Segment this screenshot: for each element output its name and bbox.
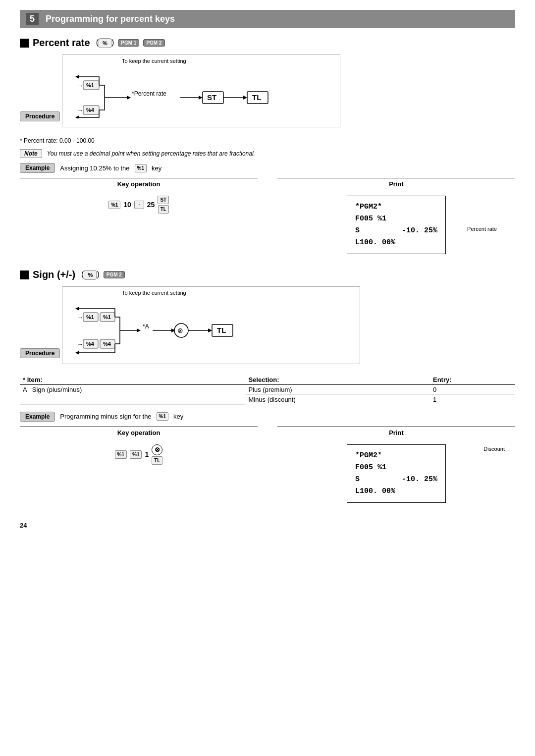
key-op-k2-2: %1	[130, 450, 142, 459]
pgm2-badge: PGM 2	[143, 39, 164, 47]
receipt-s-1: S	[355, 225, 360, 237]
receipt-box-2: *PGM2* F005 %1 Discount S -10. 25% L100.…	[347, 444, 446, 503]
example-label-2: Example	[20, 412, 55, 422]
receipt-pct-1: -10. 25%	[402, 225, 437, 237]
flow-note-1: To keep the current setting	[122, 58, 186, 64]
svg-text:%4: %4	[86, 341, 95, 347]
receipt-l100-2: L100. 00%	[355, 486, 395, 497]
svg-text:TL: TL	[252, 93, 261, 102]
receipt-f005-2: F005 %1	[355, 462, 386, 474]
print-col-1: Print *PGM2* F005 %1 S -10. 25% Percent …	[277, 178, 515, 258]
percent-key-badge: %	[99, 38, 111, 48]
page-number: 24	[20, 522, 515, 529]
key-op-header-1: Key operation	[20, 178, 258, 188]
two-col-1: Key operation %1 10 · 25 ST TL Print *PG…	[20, 178, 515, 258]
procedure-label-2: Procedure	[20, 348, 60, 358]
svg-marker-14	[243, 96, 247, 100]
sign-icon-wrapper: (%)	[81, 270, 100, 280]
svg-text:%1: %1	[86, 82, 94, 88]
svg-text:%4: %4	[86, 107, 95, 113]
example-key-2: %1	[157, 412, 168, 421]
flow-diagram-1: To keep the current setting → %1 → %4 *P…	[62, 54, 340, 127]
key-op-tl: TL	[158, 205, 169, 214]
receipt-pgm2: *PGM2*	[355, 201, 382, 213]
svg-text:*Percent rate: *Percent rate	[132, 90, 166, 97]
table-cell-selection2: Minus (discount)	[245, 395, 430, 405]
key-op-25: 25	[147, 201, 155, 209]
table-header-item: * Item:	[20, 375, 245, 385]
note-label-1: Note	[20, 149, 42, 158]
receipt-line1-1: *PGM2*	[355, 201, 437, 213]
svg-marker-37	[208, 328, 212, 332]
note-box-1: Note You must use a decimal point when s…	[20, 149, 515, 158]
note-text-1: You must use a decimal point when settin…	[47, 149, 255, 158]
key-op-k1-2: %1	[115, 450, 127, 459]
sign-item-table: * Item: Selection: Entry: A Sign (plus/m…	[20, 375, 515, 405]
key-op-k1: %1	[108, 201, 120, 209]
receipt-annotation-2: Discount	[483, 445, 505, 454]
print-header-1: Print	[277, 178, 515, 188]
print-header-2: Print	[277, 427, 515, 436]
key-op-dot: ·	[134, 201, 144, 209]
percent-rate-title: Percent rate	[33, 37, 90, 49]
flow-svg-2: → %1 %1 → %4 %4 *A ⊗	[72, 306, 350, 355]
key-op-circlex: ⊗	[152, 444, 162, 455]
receipt-line2-1: F005 %1	[355, 213, 437, 225]
svg-text:→: →	[77, 82, 83, 89]
key-op-content-1: %1 10 · 25 ST TL	[20, 192, 258, 217]
svg-text:→: →	[77, 341, 83, 348]
receipt-annotation-1: Percent rate	[467, 225, 497, 234]
key-op-st: ST	[158, 196, 169, 204]
receipt-line1-2: *PGM2*	[355, 450, 437, 462]
svg-text:→: →	[77, 314, 83, 321]
svg-text:ST: ST	[207, 93, 216, 102]
svg-text:*A: *A	[143, 323, 149, 330]
table-row: A Sign (plus/minus) Plus (premium) 0	[20, 385, 515, 395]
sign-percent-key: %	[84, 270, 97, 280]
svg-text:%4: %4	[103, 341, 111, 347]
receipt-f005: F005 %1	[355, 213, 386, 225]
receipt-s-2: S	[355, 474, 360, 486]
svg-marker-18	[75, 115, 79, 118]
key-op-tl-2: TL	[152, 456, 162, 465]
key-operation-col-2: Key operation %1 %1 1 ⊗ TL	[20, 427, 258, 507]
table-header-entry: Entry:	[430, 375, 515, 385]
svg-text:%1: %1	[86, 314, 94, 320]
sign-heading: Sign (+/-) (%) PGM 2	[20, 269, 515, 280]
percent-rate-footnote: * Percent rate: 0.00 - 100.00	[20, 137, 515, 144]
sign-pgm2-badge: PGM 2	[104, 271, 125, 278]
example-key-suffix-2: key	[173, 413, 183, 420]
svg-marker-7	[127, 96, 131, 100]
table-cell-entry2: 1	[430, 395, 515, 405]
example-key-suffix-1: key	[152, 164, 161, 172]
example-line-1: Example Assigning 10.25% to the %1 key	[20, 163, 515, 173]
flow-diagram-2: To keep the current setting → %1 %1 → %4…	[62, 286, 360, 364]
svg-marker-30	[137, 328, 141, 332]
black-square-icon	[20, 39, 29, 48]
section-header: 5 Programming for percent keys	[20, 10, 515, 28]
example-key-1: %1	[135, 164, 147, 172]
section-title: Programming for percent keys	[46, 14, 175, 24]
two-col-2: Key operation %1 %1 1 ⊗ TL Print *PGM2* …	[20, 427, 515, 507]
table-cell-selection1: Plus (premium)	[245, 385, 430, 395]
print-content-1: *PGM2* F005 %1 S -10. 25% Percent rate L…	[277, 192, 515, 258]
key-op-1-2: 1	[145, 450, 149, 458]
example-line-2: Example Programming minus sign for the %…	[20, 412, 515, 422]
svg-marker-17	[75, 75, 79, 79]
flow-note-2: To keep the current setting	[122, 290, 186, 296]
receipt-line2-2: F005 %1 Discount	[355, 462, 437, 474]
example-text-2: Programming minus sign for the	[60, 413, 151, 420]
key-op-circlex-tl: ⊗ TL	[152, 444, 162, 465]
table-cell-item-letter: A Sign (plus/minus)	[20, 385, 245, 405]
svg-marker-41	[75, 351, 79, 355]
receipt-l100-1: L100. 00%	[355, 237, 395, 249]
receipt-line4-2: L100. 00%	[355, 486, 437, 497]
key-op-st-tl: ST TL	[158, 196, 169, 214]
table-header-selection: Selection:	[245, 375, 430, 385]
percent-rate-heading: Percent rate (%) PGM 1 PGM 2	[20, 37, 515, 49]
svg-text:%1: %1	[103, 314, 111, 320]
svg-marker-10	[199, 96, 203, 100]
sign-title: Sign (+/-)	[33, 269, 75, 280]
svg-text:TL: TL	[217, 326, 226, 334]
procedure-label-1: Procedure	[20, 111, 60, 121]
